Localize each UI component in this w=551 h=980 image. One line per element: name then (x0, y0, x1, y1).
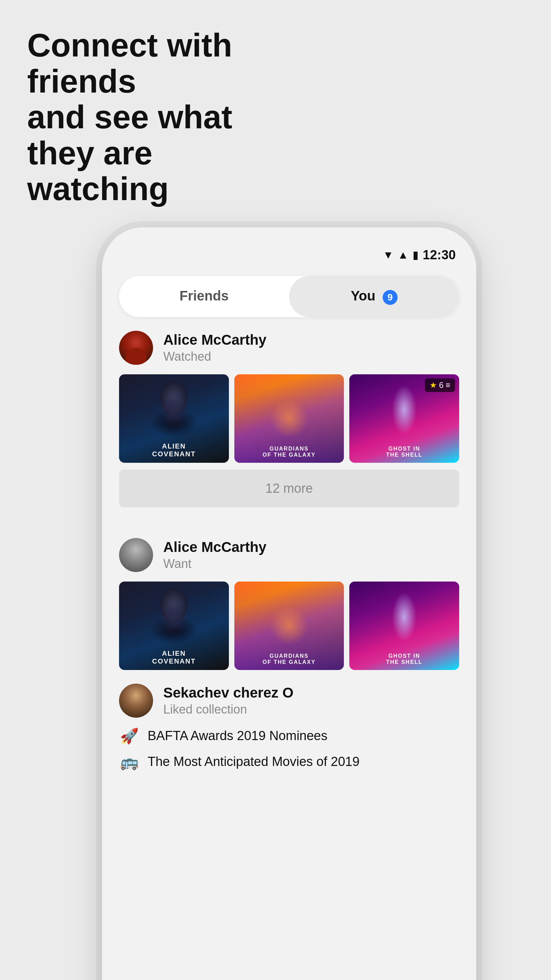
activity-item-alice-want: Alice McCarthy Want ALIENCOVENANT GUARDI… (119, 538, 459, 670)
movie-poster-guardians1[interactable]: GUARDIANSOF THE GALAXY (234, 374, 344, 463)
headline: Connect with friends and see what they a… (27, 27, 286, 207)
page-wrapper: Connect with friends and see what they a… (0, 0, 551, 980)
battery-icon: ▮ (413, 248, 419, 261)
movie-grid-alice1: ALIENCOVENANT GUARDIANSOF THE GALAXY ★ 6 (119, 374, 459, 463)
movie-title-guardians1: GUARDIANSOF THE GALAXY (234, 446, 344, 458)
collection-item-anticipated[interactable]: 🚌 The Most Anticipated Movies of 2019 (119, 753, 459, 771)
activity-type-alice2: Want (163, 557, 266, 571)
avatar-alice1[interactable] (119, 331, 153, 365)
feed: Alice McCarthy Watched ALIENCOVENANT GUA… (102, 331, 476, 771)
activity-type-sekachev: Liked collection (163, 702, 294, 717)
movie-title-ghostshell1: GHOST INTHE SHELL (349, 446, 459, 458)
movie-poster-alien1[interactable]: ALIENCOVENANT (119, 374, 229, 463)
movie-title-ghostshell2: GHOST INTHE SHELL (349, 653, 459, 665)
headline-line1: Connect with friends (27, 27, 232, 99)
headline-line2: and see what they are (27, 99, 232, 171)
star-icon: ★ (430, 380, 437, 390)
status-bar: ▼ ▲ ▮ 12:30 (102, 248, 476, 269)
avatar-sekachev[interactable] (119, 684, 153, 718)
movie-title-alien1: ALIENCOVENANT (119, 442, 229, 458)
phone-content: ▼ ▲ ▮ 12:30 Friends You 9 (102, 248, 476, 853)
movie-poster-guardians2[interactable]: GUARDIANSOF THE GALAXY (234, 582, 344, 670)
wifi-icon: ▼ (383, 249, 394, 261)
movie-poster-ghostshell1[interactable]: ★ 6 ≡ GHOST INTHE SHELL (349, 374, 459, 463)
tab-you-badge: 9 (383, 290, 398, 305)
tab-bar: Friends You 9 (119, 276, 459, 317)
tab-you[interactable]: You 9 (289, 276, 459, 317)
user-name-alice1[interactable]: Alice McCarthy (163, 332, 266, 348)
collection-title-bafta: BAFTA Awards 2019 Nominees (148, 729, 327, 743)
collection-item-bafta[interactable]: 🚀 BAFTA Awards 2019 Nominees (119, 727, 459, 745)
user-info-alice1: Alice McCarthy Watched (163, 332, 266, 364)
user-name-alice2[interactable]: Alice McCarthy (163, 539, 266, 555)
phone-frame: ▼ ▲ ▮ 12:30 Friends You 9 (102, 227, 476, 980)
activity-header-alice2: Alice McCarthy Want (119, 538, 459, 572)
avatar-alice2[interactable] (119, 538, 153, 572)
tab-friends[interactable]: Friends (119, 276, 289, 317)
user-info-alice2: Alice McCarthy Want (163, 539, 266, 571)
signal-icon: ▲ (398, 249, 408, 261)
user-name-sekachev[interactable]: Sekachev cherez O (163, 685, 294, 701)
collection-emoji-bafta: 🚀 (119, 727, 140, 745)
user-info-sekachev: Sekachev cherez O Liked collection (163, 685, 294, 717)
status-time: 12:30 (423, 248, 456, 262)
activity-item-sekachev: Sekachev cherez O Liked collection 🚀 BAF… (119, 684, 459, 771)
movie-rating-badge: ★ 6 ≡ (425, 379, 455, 392)
movie-grid-alice2: ALIENCOVENANT GUARDIANSOF THE GALAXY GHO… (119, 582, 459, 670)
movie-title-guardians2: GUARDIANSOF THE GALAXY (234, 653, 344, 665)
activity-item-alice-watched: Alice McCarthy Watched ALIENCOVENANT GUA… (119, 331, 459, 524)
activity-type-alice1: Watched (163, 350, 266, 364)
movie-title-alien2: ALIENCOVENANT (119, 649, 229, 665)
movie-poster-alien2[interactable]: ALIENCOVENANT (119, 582, 229, 670)
movie-poster-ghostshell2[interactable]: GHOST INTHE SHELL (349, 582, 459, 670)
status-icons: ▼ ▲ ▮ 12:30 (383, 248, 456, 262)
collection-emoji-anticipated: 🚌 (119, 753, 140, 771)
headline-line3: watching (27, 170, 169, 207)
list-icon: ≡ (446, 380, 450, 390)
collection-title-anticipated: The Most Anticipated Movies of 2019 (148, 754, 359, 769)
activity-header-sekachev: Sekachev cherez O Liked collection (119, 684, 459, 718)
activity-header-alice1: Alice McCarthy Watched (119, 331, 459, 365)
more-button-alice1[interactable]: 12 more (119, 469, 459, 508)
